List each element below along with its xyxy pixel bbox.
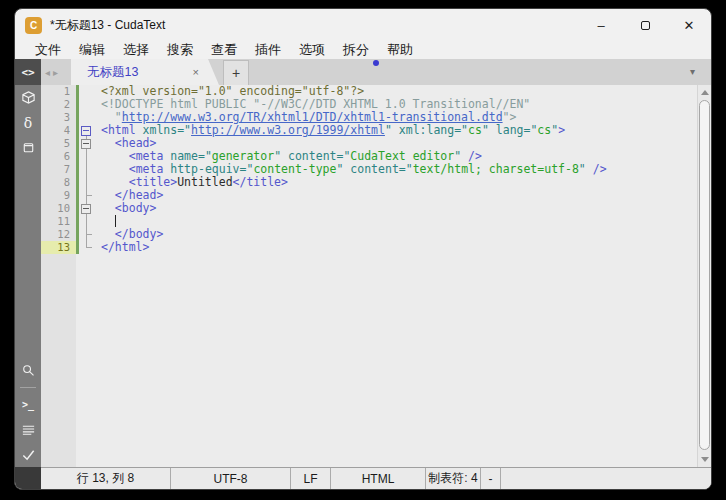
- fold-column: [79, 163, 95, 176]
- list-icon: [21, 422, 36, 437]
- sidebar-bottom-cell: [15, 467, 41, 489]
- menu-item-2[interactable]: 选择: [114, 41, 158, 59]
- tab-bar: ◂ ▸ 无标题13 × + ▾: [41, 59, 711, 85]
- sidebar-icon-tabs[interactable]: [15, 135, 41, 160]
- tab-nav-left-icon[interactable]: ◂: [45, 67, 50, 78]
- fold-column: [79, 215, 95, 228]
- cudatext-window: C *无标题13 - CudaText – ✕ 文件编辑选择搜索查看插件选项拆分…: [14, 8, 712, 490]
- new-tab-button[interactable]: +: [223, 60, 249, 85]
- line-number: 1: [41, 85, 76, 98]
- window-title: *无标题13 - CudaText: [50, 17, 165, 34]
- editor-area[interactable]: 1<?xml version="1.0" encoding="utf-8"?>2…: [41, 85, 711, 467]
- status-caret-position[interactable]: 行 13, 列 8: [41, 468, 171, 489]
- fold-column: [79, 98, 95, 111]
- code-line-13: 13</html>: [41, 241, 697, 254]
- check-icon: [21, 447, 36, 462]
- line-number: 9: [41, 189, 76, 202]
- line-number: 13: [41, 241, 76, 254]
- title-bar[interactable]: C *无标题13 - CudaText – ✕: [15, 9, 711, 41]
- status-line-endings[interactable]: LF: [291, 468, 331, 489]
- search-icon: [21, 363, 36, 378]
- menu-item-6[interactable]: 选项: [290, 41, 334, 59]
- scrollbar-thumb[interactable]: [699, 100, 710, 450]
- status-bar: 行 13, 列 8UTF-8LFHTML制表符: 4-: [41, 467, 711, 489]
- fold-column: [79, 189, 95, 202]
- tab-untitled13[interactable]: 无标题13 ×: [71, 59, 219, 85]
- minimize-button[interactable]: –: [579, 9, 623, 41]
- line-number: 6: [41, 150, 76, 163]
- menu-item-7[interactable]: 拆分: [334, 41, 378, 59]
- code-lines: 1<?xml version="1.0" encoding="utf-8"?>2…: [41, 85, 697, 254]
- tab-label: 无标题13: [87, 59, 138, 85]
- maximize-icon: [641, 21, 650, 30]
- line-number: 5: [41, 137, 76, 150]
- menu-item-1[interactable]: 编辑: [70, 41, 114, 59]
- sidebar-divider: [20, 387, 36, 388]
- fold-column[interactable]: [79, 202, 95, 215]
- sidebar-icon-output[interactable]: [15, 417, 41, 442]
- document-icon: [21, 140, 36, 155]
- window-controls: – ✕: [579, 9, 711, 41]
- vertical-scrollbar[interactable]: [697, 85, 711, 467]
- line-number: 8: [41, 176, 76, 189]
- close-button[interactable]: ✕: [667, 9, 711, 41]
- tab-close-icon[interactable]: ×: [193, 59, 199, 85]
- fold-column: [79, 111, 95, 124]
- fold-column: [79, 150, 95, 163]
- line-number: 7: [41, 163, 76, 176]
- fold-column: [79, 228, 95, 241]
- tab-list-menu-icon[interactable]: ▾: [690, 59, 695, 85]
- code-line-10: 10 <body>: [41, 202, 697, 215]
- line-number: 10: [41, 202, 76, 215]
- sidebar-icon-addons[interactable]: [15, 85, 41, 110]
- scroll-up-icon[interactable]: [701, 90, 709, 95]
- fold-column: [79, 176, 95, 189]
- activity-sidebar: <> δ >_: [15, 59, 41, 467]
- tab-modified-indicator: [373, 60, 379, 66]
- fold-column: [79, 241, 95, 254]
- status-tab-size[interactable]: 制表符: 4: [426, 468, 481, 489]
- fold-column[interactable]: [79, 137, 95, 150]
- menu-item-3[interactable]: 搜索: [158, 41, 202, 59]
- line-number: 11: [41, 215, 76, 228]
- fold-column[interactable]: [79, 124, 95, 137]
- line-number: 4: [41, 124, 76, 137]
- sidebar-icon-console[interactable]: >_: [15, 392, 41, 417]
- status-lexer[interactable]: HTML: [331, 468, 426, 489]
- menu-item-4[interactable]: 查看: [202, 41, 246, 59]
- menu-bar: 文件编辑选择搜索查看插件选项拆分帮助: [15, 41, 711, 59]
- tab-nav-arrows: ◂ ▸: [45, 59, 58, 85]
- tab-nav-right-icon[interactable]: ▸: [53, 67, 58, 78]
- maximize-button[interactable]: [623, 9, 667, 41]
- line-text: </html>: [101, 241, 149, 254]
- status-encoding[interactable]: UTF-8: [171, 468, 291, 489]
- sidebar-icon-snippets[interactable]: δ: [15, 110, 41, 135]
- status-selection[interactable]: -: [481, 468, 501, 489]
- menu-item-0[interactable]: 文件: [26, 41, 70, 59]
- line-text: <html xmlns="http://www.w3.org/1999/xhtm…: [101, 124, 565, 137]
- scroll-down-icon[interactable]: [701, 457, 709, 462]
- menu-item-8[interactable]: 帮助: [378, 41, 422, 59]
- app-icon: C: [25, 17, 42, 34]
- sidebar-icon-find[interactable]: [15, 358, 41, 383]
- menu-item-5[interactable]: 插件: [246, 41, 290, 59]
- sidebar-icon-validate[interactable]: [15, 442, 41, 467]
- line-number: 3: [41, 111, 76, 124]
- sidebar-icon-code[interactable]: <>: [15, 59, 41, 85]
- package-icon: [21, 90, 36, 105]
- line-number: 2: [41, 98, 76, 111]
- line-number: 12: [41, 228, 76, 241]
- fold-column: [79, 85, 95, 98]
